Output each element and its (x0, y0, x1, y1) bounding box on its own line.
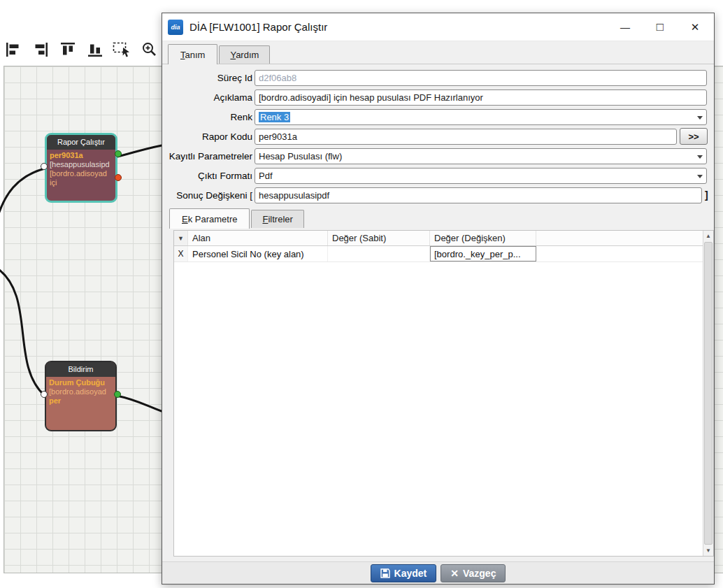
save-floppy-icon (380, 568, 390, 578)
scroll-thumb[interactable] (704, 242, 713, 545)
node-text-line: Durum Çubuğu (49, 378, 113, 387)
cikti-formati-combobox[interactable]: Pdf (255, 168, 707, 184)
chevron-down-icon (697, 116, 703, 120)
kayitli-parametreler-combobox[interactable]: Hesap Pusulası (flw) (255, 148, 707, 164)
input-port[interactable] (41, 391, 48, 398)
scroll-down-icon[interactable]: ▼ (703, 545, 713, 556)
node-title: Bildirim (46, 362, 115, 377)
header-filler (536, 231, 703, 245)
input-port[interactable] (41, 163, 48, 170)
scroll-up-icon[interactable]: ▲ (703, 231, 713, 241)
table-grid: ▼ Alan Değer (Sabit) Değer (Değişken) X … (174, 231, 703, 556)
zoom-in-icon[interactable] (139, 39, 160, 60)
kayitli-parametreler-label: Kayıtlı Parametreler (162, 151, 255, 162)
cancel-button[interactable]: ✕ Vazgeç (441, 564, 506, 582)
header-selector-dropdown-icon[interactable]: ▼ (174, 231, 188, 245)
node-bildirim[interactable]: Bildirim Durum Çubuğu [bordro.adisoyad p… (45, 361, 117, 431)
cikti-formati-value: Pdf (259, 171, 273, 181)
header-alan: Alan (188, 231, 328, 245)
output-port-green[interactable] (114, 391, 121, 398)
cancel-x-icon: ✕ (450, 568, 459, 579)
dialog-title: DİA [FLW1001] Rapor Çalıştır (189, 21, 327, 33)
table-header: ▼ Alan Değer (Sabit) Değer (Değişken) (174, 231, 703, 246)
aciklama-input[interactable] (255, 89, 707, 106)
main-tabbar: Tanım Yardım (162, 42, 714, 64)
renk-label: Renk (162, 112, 255, 122)
node-text-line: içi (50, 178, 113, 187)
surec-id-label: Süreç Id (162, 73, 255, 83)
cikti-formati-label: Çıktı Formatı (162, 171, 255, 181)
node-text-line: [hesappusulasipd (50, 160, 113, 169)
cell-deger-degisken[interactable]: [bordro._key_per_p... (430, 246, 536, 261)
marquee-select-icon[interactable] (112, 39, 133, 60)
align-right-icon[interactable] (30, 39, 51, 60)
row-marker: X (174, 246, 188, 261)
dia-logo-icon: dia (168, 20, 183, 35)
tab-tanim[interactable]: Tanım (168, 44, 217, 64)
surec-id-input[interactable] (255, 70, 707, 86)
renk-combobox[interactable]: Renk 3 (255, 109, 707, 125)
header-sabit: Değer (Sabit) (328, 231, 430, 245)
sonuc-degiskeni-label: Sonuç Değişkeni [ (162, 190, 255, 201)
parameter-table: ▼ Alan Değer (Sabit) Değer (Değişken) X … (173, 230, 714, 557)
cell-deger-sabit[interactable] (328, 246, 430, 261)
node-body: per9031a [hesappusulasipd [bordro.adisoy… (47, 150, 115, 199)
renk-selected-value: Renk 3 (259, 112, 290, 122)
rapor-kodu-label: Rapor Kodu (162, 131, 255, 142)
vertical-scrollbar[interactable]: ▲ ▼ (703, 231, 713, 556)
kayitli-parametreler-value: Hesap Pusulası (flw) (259, 151, 342, 162)
sonuc-degiskeni-suffix: ] (705, 189, 708, 201)
canvas-toolbar (3, 39, 160, 60)
save-button[interactable]: Kaydet (371, 564, 437, 582)
header-degisken: Değer (Değişken) (430, 231, 536, 245)
node-rapor-calistir[interactable]: Rapor Çalıştır per9031a [hesappusulasipd… (45, 133, 117, 203)
node-title: Rapor Çalıştır (47, 135, 115, 150)
minimize-button[interactable]: — (608, 13, 643, 41)
close-button[interactable]: ✕ (678, 13, 713, 41)
align-bottom-icon[interactable] (85, 39, 106, 60)
node-text-line: per9031a (50, 151, 113, 160)
rapor-kodu-input[interactable] (255, 129, 677, 145)
sonuc-degiskeni-input[interactable] (255, 187, 702, 203)
node-text-line: per (49, 396, 113, 406)
node-body: Durum Çubuğu [bordro.adisoyad per (46, 377, 115, 429)
tab-ek-parametre[interactable]: Ek Parametre (169, 208, 250, 229)
rapor-kodu-browse-button[interactable]: >> (680, 128, 708, 145)
output-port-green[interactable] (115, 150, 122, 157)
tab-yardim[interactable]: Yardım (219, 45, 270, 64)
node-text-line: [bordro.adisoyad (49, 387, 113, 396)
node-text-line: [bordro.adisoyad (50, 169, 113, 178)
dialog-titlebar[interactable]: dia DİA [FLW1001] Rapor Çalıştır — □ ✕ (162, 13, 714, 41)
output-port-red[interactable] (115, 174, 122, 181)
table-row[interactable]: X Personel Sicil No (key alan) [bordro._… (174, 246, 703, 262)
chevron-down-icon (697, 155, 703, 159)
save-button-label: Kaydet (394, 568, 427, 579)
align-top-icon[interactable] (57, 39, 78, 60)
aciklama-label: Açıklama (162, 92, 255, 103)
tab-filtreler[interactable]: Filtreler (251, 210, 303, 228)
chevron-down-icon (697, 175, 703, 178)
cell-alan: Personel Sicil No (key alan) (188, 246, 328, 261)
cancel-button-label: Vazgeç (463, 568, 496, 579)
dialog-rapor-calistir: dia DİA [FLW1001] Rapor Çalıştır — □ ✕ T… (162, 13, 715, 585)
maximize-button[interactable]: □ (643, 13, 678, 41)
dialog-footer: Kaydet ✕ Vazgeç (162, 561, 714, 584)
sub-tabbar: Ek Parametre Filtreler (162, 208, 714, 228)
align-left-icon[interactable] (3, 39, 24, 60)
